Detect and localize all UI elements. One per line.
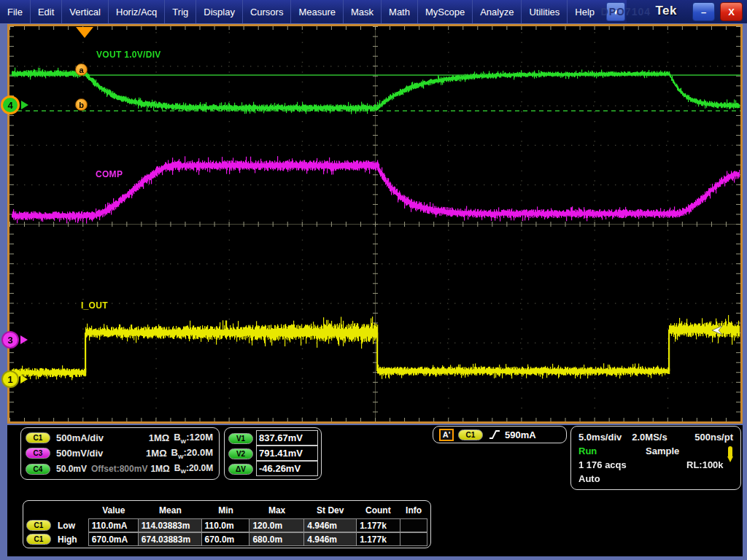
- channel-3-bandwidth: BW:20.0M: [171, 447, 213, 460]
- measurement-table: Value Mean Min Max St Dev Count Info C1 …: [23, 500, 431, 548]
- channel-1-scale: 500mA/div: [56, 432, 138, 443]
- channel-1-badge[interactable]: C1: [26, 432, 50, 443]
- model-text: DPO7104: [601, 6, 651, 18]
- cursor-v1-row: V1 837.67mV: [228, 431, 318, 446]
- low-value: 110.0mA: [88, 518, 139, 532]
- channel-4-settings: C4 50.0mV Offset:800mV 1MΩ BW:20.0M: [26, 462, 213, 477]
- cursor-delta-row: ΔV -46.26mV: [228, 462, 318, 476]
- acquisition-count: 1 176 acqs: [578, 459, 627, 470]
- trigger-level: 590mA: [505, 429, 536, 440]
- trigger-panel[interactable]: A' C1 590mA: [433, 426, 567, 443]
- channel-3-impedance: 1MΩ: [146, 448, 166, 459]
- cursor-delta-value: -46.26mV: [256, 461, 318, 476]
- channel-1-settings: C1 500mA/div 1MΩ BW:120M: [26, 430, 213, 446]
- channel-4-badge[interactable]: C4: [26, 464, 50, 475]
- low-count: 1.177k: [356, 518, 400, 532]
- channel-3-marker[interactable]: 3: [1, 331, 19, 349]
- high-value: 670.0mA: [88, 532, 139, 546]
- acquisition-panel: 5.0ms/div 2.0MS/s 500ns/pt Run Sample 1 …: [570, 426, 741, 490]
- measurement-source-badge[interactable]: C1: [26, 534, 51, 545]
- minimize-button[interactable]: –: [692, 2, 715, 21]
- rising-edge-icon: [489, 429, 500, 440]
- channel-3-scale: 500mV/div: [56, 448, 138, 459]
- close-button[interactable]: X: [720, 2, 743, 21]
- low-max: 120.0m: [249, 518, 304, 532]
- menu-item-file[interactable]: File: [0, 0, 31, 23]
- header-info: Info: [400, 505, 427, 516]
- menu-item-help[interactable]: Help: [568, 0, 602, 23]
- low-info: [400, 518, 427, 532]
- channel-4-impedance: 1MΩ: [150, 464, 169, 474]
- timebase: 5.0ms/div: [578, 432, 622, 443]
- high-stdev: 4.946m: [303, 532, 357, 546]
- cursor-a-handle[interactable]: a: [75, 63, 88, 76]
- cursor-b-handle[interactable]: b: [75, 98, 88, 111]
- cursor-v2-row: V2 791.41mV: [228, 446, 318, 461]
- waveform-display: [9, 26, 740, 421]
- channel-settings-panel: C1 500mA/div 1MΩ BW:120M C3 500mV/div 1M…: [20, 427, 220, 480]
- measurement-name: High: [58, 534, 77, 545]
- low-stdev: 4.946m: [303, 518, 357, 532]
- menu-item-utilities[interactable]: Utilities: [522, 0, 568, 23]
- cursor-readout-panel: V1 837.67mV V2 791.41mV ΔV -46.26mV: [224, 427, 322, 480]
- measurement-row-high: C1 High 670.0mA 674.03883m 670.0m 680.0m…: [26, 532, 427, 546]
- menu-item-analyze[interactable]: Analyze: [473, 0, 522, 23]
- channel-1-marker[interactable]: 1: [1, 370, 19, 388]
- header-count: Count: [357, 505, 400, 516]
- display-area: VOUT 1.0V/DIV COMP I_OUT a b 4 3 1: [0, 23, 747, 425]
- header-value: Value: [89, 505, 139, 516]
- low-min: 110.0m: [201, 518, 250, 532]
- cursor-v1-value: 837.67mV: [256, 430, 318, 446]
- vout-trace-label: VOUT 1.0V/DIV: [96, 50, 161, 60]
- header-max: Max: [249, 505, 304, 516]
- menu-item-cursors[interactable]: Cursors: [243, 0, 292, 23]
- menu-item-display[interactable]: Display: [196, 0, 243, 23]
- menu-item-math[interactable]: Math: [382, 0, 418, 23]
- high-mean: 674.03883m: [138, 532, 202, 546]
- acquisition-state: Run: [578, 446, 597, 456]
- menu-item-trig[interactable]: Trig: [165, 0, 196, 23]
- menu-item-horiz-acq[interactable]: Horiz/Acq: [109, 0, 165, 23]
- menu-item-vertical[interactable]: Vertical: [62, 0, 109, 23]
- channel-4-arrow-icon: [21, 101, 28, 109]
- title-bar: DPO7104 Tek – X: [627, 0, 747, 23]
- record-length: RL:100k: [686, 459, 724, 470]
- channel-1-arrow-icon: [20, 375, 28, 384]
- cursor-v2-badge[interactable]: V2: [228, 448, 253, 459]
- sample-rate: 2.0MS/s: [632, 432, 667, 443]
- channel-4-bandwidth: BW:20.0M: [174, 463, 214, 475]
- trigger-source-badge[interactable]: C1: [458, 429, 483, 440]
- menu-item-myscope[interactable]: MyScope: [418, 0, 473, 23]
- low-mean: 114.03883m: [138, 518, 202, 532]
- comp-trace-label: COMP: [96, 169, 123, 179]
- channel-4-scale: 50.0mV: [56, 464, 87, 474]
- channel-4-marker[interactable]: 4: [1, 96, 20, 114]
- channel-1-bandwidth: BW:120M: [174, 432, 213, 445]
- menu-bar: File Edit Vertical Horiz/Acq Trig Displa…: [0, 0, 747, 23]
- high-info: [400, 532, 427, 546]
- cursor-v1-badge[interactable]: V1: [228, 433, 253, 444]
- cursor-delta-badge[interactable]: ΔV: [228, 464, 253, 475]
- measurement-source-badge[interactable]: C1: [26, 520, 51, 531]
- readout-background: C1 500mA/div 1MΩ BW:120M C3 500mV/div 1M…: [7, 425, 743, 556]
- channel-4-offset: Offset:800mV: [91, 464, 147, 474]
- header-stdev: St Dev: [304, 505, 357, 516]
- channel-3-badge[interactable]: C3: [26, 448, 50, 459]
- channel-1-impedance: 1MΩ: [149, 432, 169, 443]
- trigger-position-marker[interactable]: [76, 27, 93, 38]
- menu-item-edit[interactable]: Edit: [31, 0, 62, 23]
- readout-area: C1 500mA/div 1MΩ BW:120M C3 500mV/div 1M…: [0, 425, 747, 560]
- channel-3-settings: C3 500mV/div 1MΩ BW:20.0M: [26, 446, 213, 461]
- menu-item-mask[interactable]: Mask: [344, 0, 382, 23]
- measurement-header-row: Value Mean Min Max St Dev Count Info: [26, 502, 427, 518]
- trigger-mode-badge: A': [439, 429, 454, 441]
- channel-3-arrow-icon: [20, 335, 28, 344]
- iout-trace-label: I_OUT: [81, 300, 108, 311]
- trigger-mode-label: Auto: [578, 473, 600, 484]
- sample-resolution: 500ns/pt: [694, 432, 733, 443]
- header-mean: Mean: [139, 505, 202, 516]
- high-count: 1.177k: [356, 532, 400, 546]
- menu-item-measure[interactable]: Measure: [291, 0, 344, 23]
- tek-logo: Tek: [655, 4, 677, 18]
- header-min: Min: [202, 505, 250, 516]
